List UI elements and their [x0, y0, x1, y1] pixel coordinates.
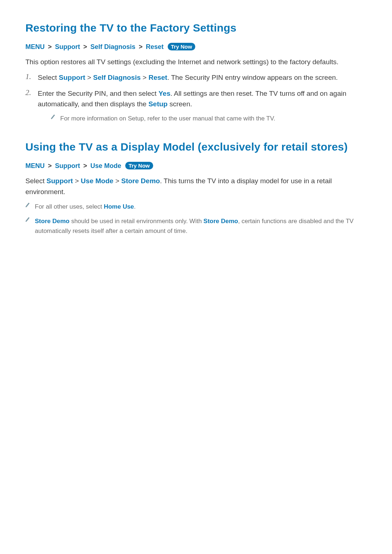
section-display-model: Using the TV as a Display Model (exclusi… [25, 141, 367, 236]
breadcrumb-root: MENU [25, 43, 45, 50]
breadcrumb-part: Support [55, 162, 80, 169]
pencil-icon [51, 114, 60, 119]
home-use-label: Home Use [104, 203, 134, 210]
section2-description: Select Support > Use Mode > Store Demo. … [25, 176, 367, 197]
path-part: Reset [148, 74, 167, 81]
setup-label: Setup [148, 100, 168, 108]
section-title-display-model: Using the TV as a Display Model (exclusi… [25, 141, 367, 153]
note-fragment: . [134, 203, 136, 210]
note-text: For all other uses, select Home Use. [35, 202, 367, 212]
step-text: Select [38, 74, 59, 81]
breadcrumb-part: Reset [146, 43, 164, 50]
section1-description: This option restores all TV settings (ex… [25, 57, 367, 67]
breadcrumb-part: Self Diagnosis [90, 43, 135, 50]
breadcrumb-restoring: MENU > Support > Self Diagnosis > Reset … [25, 43, 367, 51]
step-number: 2. [25, 88, 38, 123]
pencil-icon [25, 217, 35, 222]
step-body: Enter the Security PIN, and then select … [38, 88, 367, 123]
breadcrumb-sep: > [46, 43, 53, 50]
step-body: Select Support > Self Diagnosis > Reset.… [38, 72, 367, 83]
section-title-restoring: Restoring the TV to the Factory Settings [25, 22, 367, 34]
path-sep: > [143, 74, 147, 81]
breadcrumb-sep: > [82, 43, 89, 50]
path-part: Self Diagnosis [93, 74, 141, 81]
note-text: For more information on Setup, refer to … [60, 114, 367, 123]
store-demo-label: Store Demo [35, 218, 69, 225]
path-part: Use Mode [81, 177, 114, 185]
breadcrumb-root: MENU [25, 162, 45, 169]
yes-label: Yes [159, 90, 171, 97]
step-text: screen. [168, 100, 192, 108]
step-1: 1. Select Support > Self Diagnosis > Res… [25, 72, 367, 83]
breadcrumb-part: Use Mode [90, 162, 121, 169]
store-demo-label: Store Demo [204, 218, 238, 225]
try-now-badge[interactable]: Try Now [125, 162, 153, 169]
home-use-note: For all other uses, select Home Use. [25, 202, 367, 212]
path-sep: > [75, 177, 79, 185]
steps-list: 1. Select Support > Self Diagnosis > Res… [25, 72, 367, 123]
path-sep: > [115, 177, 119, 185]
path-part: Store Demo [121, 177, 160, 185]
document-page: Restoring the TV to the Factory Settings… [0, 0, 392, 236]
note-text: Store Demo should be used in retail envi… [35, 217, 367, 236]
breadcrumb-sep: > [46, 162, 53, 169]
breadcrumb-sep: > [137, 43, 144, 50]
breadcrumb-display-model: MENU > Support > Use Mode Try Now [25, 162, 367, 170]
setup-note: For more information on Setup, refer to … [51, 114, 367, 123]
note-fragment: For all other uses, select [35, 203, 104, 210]
try-now-badge[interactable]: Try Now [168, 43, 195, 50]
para-text: Select [25, 177, 46, 185]
path-part: Support [46, 177, 73, 185]
breadcrumb-part: Support [55, 43, 80, 50]
step-2: 2. Enter the Security PIN, and then sele… [25, 88, 367, 123]
store-demo-note: Store Demo should be used in retail envi… [25, 217, 367, 236]
step-text: Enter the Security PIN, and then select [38, 90, 159, 97]
path-sep: > [87, 74, 91, 81]
step-number: 1. [25, 72, 38, 83]
note-fragment: should be used in retail environments on… [69, 218, 203, 225]
pencil-icon [25, 202, 35, 208]
breadcrumb-sep: > [82, 162, 89, 169]
path-part: Support [59, 74, 85, 81]
step-text: . The Security PIN entry window appears … [167, 74, 338, 81]
